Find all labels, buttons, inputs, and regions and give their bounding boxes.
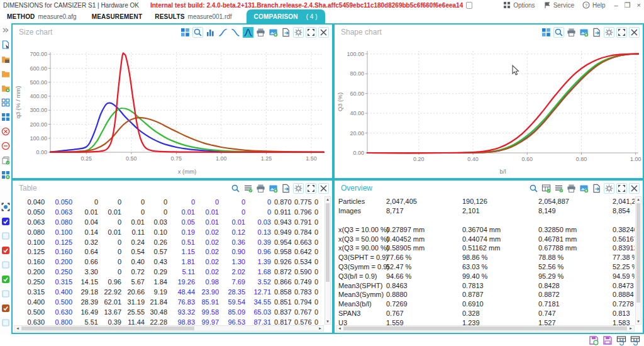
help-menu[interactable]: ?Help (582, 1, 606, 9)
table-row[interactable]: 0.1250.1600.6400.540.571.150.020.900.960… (14, 247, 324, 257)
series2-extra-checkbox[interactable] (1, 260, 10, 269)
table-row[interactable]: 0.1000.1250.3200.240.260.510.020.360.390… (14, 237, 324, 247)
zoom-icon[interactable] (528, 183, 539, 194)
copy-build-icon[interactable] (466, 2, 472, 9)
scroll-right-icon[interactable]: ▸ (628, 326, 634, 331)
series4-extra-checkbox[interactable] (1, 318, 10, 327)
print-icon[interactable] (255, 183, 266, 194)
overview-horizontal-scrollbar[interactable]: ◂ ▸ (336, 325, 635, 332)
export-icon[interactable] (591, 183, 602, 194)
copy-image-icon[interactable] (268, 27, 279, 38)
overview-row[interactable]: Mean3(SPHT)0.84630.78130.84280.8473 (336, 281, 635, 290)
print-icon[interactable] (566, 183, 577, 194)
gallery-icon[interactable] (1, 203, 10, 211)
layout-filled-icon[interactable] (1, 113, 10, 121)
close-icon[interactable] (629, 27, 640, 38)
copy-report-icon[interactable] (1, 156, 10, 165)
tab-measurement[interactable]: MEASUREMENT (89, 9, 146, 23)
export-icon[interactable] (280, 27, 291, 38)
layout-outline-icon[interactable] (1, 98, 10, 107)
close-icon[interactable] (318, 183, 329, 194)
zoom-icon[interactable] (230, 183, 241, 194)
reload-table-icon[interactable] (630, 335, 640, 345)
new-task-icon[interactable] (1, 40, 10, 49)
table-vertical-scrollbar[interactable]: ▴ ▾ (325, 196, 331, 325)
fullscreen-icon[interactable] (616, 27, 627, 38)
histogram-icon[interactable] (205, 27, 216, 38)
retained-curve-icon[interactable] (230, 27, 241, 38)
remove-icon[interactable] (1, 142, 10, 150)
close-icon[interactable] (318, 27, 329, 38)
save-icon[interactable] (602, 335, 613, 345)
series2-checkbox[interactable] (1, 246, 10, 255)
settings-icon[interactable] (293, 183, 304, 194)
overview-row[interactable]: Q3(SPHT = 0.9)77.66 %98.86 %78.88 %77.38… (336, 253, 635, 262)
maximize-button[interactable]: ❐ (625, 2, 631, 9)
overview-row[interactable]: x(Q3 = 90.00 %)0.58905 mm0.51162 mm0.677… (336, 243, 635, 253)
settings-icon[interactable] (604, 27, 614, 38)
overview-hscroll-thumb[interactable] (343, 326, 627, 330)
add-folder-icon[interactable] (1, 84, 10, 92)
zoom-icon[interactable] (553, 27, 564, 38)
density-curve-icon[interactable] (243, 27, 253, 38)
settings-icon[interactable] (293, 27, 304, 38)
fullscreen-icon[interactable] (306, 183, 316, 194)
export-icon[interactable] (591, 27, 602, 38)
overview-row[interactable]: Images8,7172,1018,1498,854 (336, 206, 635, 216)
fullscreen-icon[interactable] (616, 183, 627, 194)
size-chart-canvas[interactable]: 0.00100.00200.00300.00400.00500.00600.00… (13, 40, 332, 178)
overview-row[interactable]: x(Q3 = 10.00 %)0.27897 mm0.36704 mm0.328… (336, 225, 635, 234)
table-hscroll-thumb[interactable] (21, 326, 194, 330)
close-icon[interactable] (629, 183, 640, 194)
table-row[interactable]: 0.0400.050000000000.8700.7750 (14, 197, 324, 207)
overview-row[interactable]: Particles2,047,405190,1262,054,8872,041,… (336, 197, 635, 206)
series3-checkbox[interactable] (1, 275, 10, 284)
grid-view-icon[interactable] (541, 27, 552, 38)
scroll-left-icon[interactable]: ◂ (336, 326, 343, 331)
scroll-left-icon[interactable]: ◂ (14, 326, 21, 331)
copy-image-icon[interactable] (579, 27, 589, 38)
service-menu[interactable]: Service (543, 1, 574, 9)
settings-icon[interactable] (604, 183, 614, 194)
overview-vertical-scrollbar[interactable]: ▴ ▾ (635, 196, 641, 325)
table-select-icon[interactable] (541, 183, 552, 194)
table-row[interactable]: 0.0800.1000.140.010.110.100.190.020.120.… (14, 227, 324, 237)
overview-row[interactable]: Q3(b/l = 0.9)94.66 %99.40 %95.29 %94.59 … (336, 271, 635, 281)
tab-comparison[interactable]: COMPARISON( 4 ) (247, 9, 325, 23)
fullscreen-icon[interactable] (306, 27, 316, 38)
series1-checkbox[interactable] (1, 217, 10, 226)
add-view-icon[interactable] (1, 170, 10, 179)
table-row[interactable]: 0.6300.8005.510.3911.4422.2898.8399.9796… (14, 317, 324, 325)
grid-view-icon[interactable] (180, 27, 191, 38)
overview-row[interactable]: U31.5591.2391.5271.583 (336, 318, 635, 325)
table-settings-icon[interactable] (553, 183, 564, 194)
copy-image-icon[interactable] (579, 183, 589, 194)
table-settings-icon[interactable] (243, 183, 253, 194)
print-icon[interactable] (566, 27, 577, 38)
scroll-up-icon[interactable]: ▴ (325, 197, 330, 202)
export-icon[interactable] (280, 183, 291, 194)
table-row[interactable]: 0.3150.40029.1822.9220.669.1948.4423.902… (14, 287, 324, 297)
scroll-down-icon[interactable]: ▾ (636, 319, 641, 324)
overview-row[interactable] (336, 216, 635, 225)
open-folder-icon[interactable] (1, 69, 10, 78)
overview-row[interactable]: Q3(Symm = 0.9)52.47 %63.03 %52.56 %52.25… (336, 262, 635, 272)
options-menu[interactable]: Options (503, 1, 535, 9)
cancel-icon[interactable] (1, 127, 10, 136)
table-row[interactable]: 0.0630.0800.0400.010.030.050.010.010.030… (14, 217, 324, 227)
table-row[interactable]: 0.2000.2503.3000.720.295.110.022.021.680… (14, 267, 324, 277)
zoom-icon[interactable] (192, 27, 203, 38)
open-method-folder-icon[interactable] (1, 55, 10, 64)
overview-row[interactable]: Mean3(Symm)0.88800.87870.88720.8884 (336, 290, 635, 299)
table-vscroll-thumb[interactable] (326, 203, 330, 282)
table-row[interactable]: 0.5000.63016.4913.6725.5530.4893.3299.58… (14, 307, 324, 317)
overview-row[interactable]: x(Q3 = 50.00 %)0.40452 mm0.44074 mm0.467… (336, 234, 635, 243)
scroll-up-icon[interactable]: ▴ (636, 197, 641, 202)
tab-results[interactable]: RESULTSmeasure001.rdf (152, 9, 235, 23)
table-horizontal-scrollbar[interactable]: ◂ ▸ (14, 325, 324, 332)
overview-row[interactable]: Mean3(b/l)0.72690.69100.71810.7278 (336, 299, 635, 309)
minimize-button[interactable]: – (614, 2, 618, 9)
overview-row[interactable]: SPAN30.7670.3280.7470.813 (336, 309, 635, 318)
shape-chart-canvas[interactable]: 0.0020.0040.0060.0080.00100.000.200.400.… (335, 40, 643, 178)
table-row[interactable]: 0.4000.50028.3962.0131.1921.8476.8385.91… (14, 297, 324, 307)
